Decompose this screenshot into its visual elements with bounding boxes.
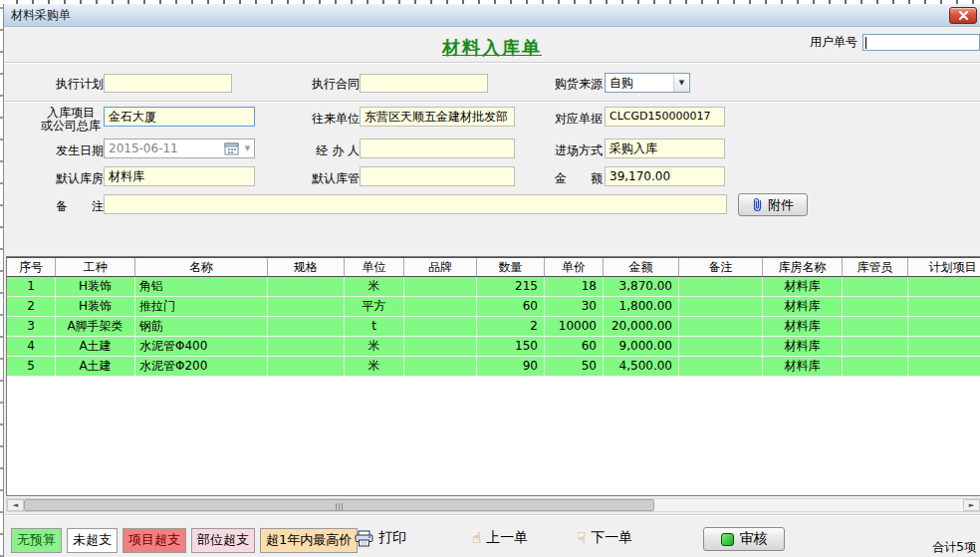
table-cell[interactable] xyxy=(843,317,908,337)
table-cell[interactable]: 1,800.00 xyxy=(604,297,679,317)
table-cell[interactable]: 1 xyxy=(7,277,56,297)
table-cell[interactable] xyxy=(404,277,477,297)
table-cell[interactable] xyxy=(268,337,345,357)
column-header-8[interactable]: 单价 xyxy=(545,258,604,276)
table-cell[interactable]: 米 xyxy=(345,357,404,377)
date-input[interactable]: 2015-06-11 ▼ xyxy=(104,139,255,158)
table-cell[interactable]: 材料库 xyxy=(763,357,843,377)
table-cell[interactable]: 30 xyxy=(545,297,604,317)
table-cell[interactable]: 4,500.00 xyxy=(604,357,679,377)
handler-input[interactable] xyxy=(360,139,515,158)
table-row[interactable]: 1H装饰角铝米215183,870.00材料库 xyxy=(7,277,980,297)
table-row[interactable]: 3A脚手架类钢筋t21000020,000.00材料库 xyxy=(7,317,980,337)
next-order-button[interactable]: ☟ 下一单 xyxy=(577,529,632,547)
column-header-10[interactable]: 备注 xyxy=(679,258,763,276)
column-header-13[interactable]: 计划项目 xyxy=(908,258,980,276)
table-cell[interactable] xyxy=(843,277,908,297)
table-cell[interactable] xyxy=(679,337,763,357)
chevron-down-icon[interactable]: ▼ xyxy=(673,74,689,92)
column-header-6[interactable]: 品牌 xyxy=(404,258,477,276)
horizontal-scrollbar[interactable]: ◄ ► xyxy=(6,498,980,512)
exec-plan-input[interactable] xyxy=(104,74,232,93)
column-header-9[interactable]: 金额 xyxy=(604,258,679,276)
exec-contract-input[interactable] xyxy=(360,74,488,93)
table-cell[interactable]: 5 xyxy=(7,357,56,377)
counterparty-input[interactable]: 东营区天顺五金建材批发部 xyxy=(360,107,515,127)
column-header-4[interactable]: 规格 xyxy=(268,258,345,276)
table-cell[interactable] xyxy=(268,277,345,297)
warehouse-input[interactable]: 材料库 xyxy=(104,166,255,186)
table-row[interactable]: 2H装饰推拉门平方60301,800.00材料库 xyxy=(7,297,980,317)
table-cell[interactable] xyxy=(404,317,477,337)
table-row[interactable]: 4A土建水泥管Φ400米150609,000.00材料库 xyxy=(7,337,980,357)
table-cell[interactable] xyxy=(908,337,980,357)
scrollbar-track[interactable] xyxy=(654,499,963,511)
table-cell[interactable]: 3,870.00 xyxy=(604,277,679,297)
table-cell[interactable]: H装饰 xyxy=(56,297,135,317)
table-cell[interactable]: A脚手架类 xyxy=(56,317,135,337)
table-cell[interactable]: 9,000.00 xyxy=(604,337,679,357)
table-cell[interactable]: A土建 xyxy=(56,357,135,377)
table-cell[interactable]: 钢筋 xyxy=(135,317,268,337)
table-cell[interactable]: H装饰 xyxy=(56,277,135,297)
table-cell[interactable]: 10000 xyxy=(545,317,604,337)
purchase-source-select[interactable]: 自购 ▼ xyxy=(605,73,690,93)
audit-button[interactable]: 审核 xyxy=(703,527,785,551)
table-cell[interactable]: 角铝 xyxy=(135,277,268,297)
table-cell[interactable]: 米 xyxy=(345,337,404,357)
table-cell[interactable] xyxy=(908,357,980,377)
column-header-3[interactable]: 名称 xyxy=(135,258,268,276)
project-input[interactable]: 金石大厦 xyxy=(104,107,255,127)
user-no-input[interactable] xyxy=(862,34,980,51)
table-cell[interactable] xyxy=(843,337,908,357)
table-cell[interactable] xyxy=(843,357,908,377)
table-cell[interactable]: 平方 xyxy=(345,297,404,317)
attachment-button[interactable]: 附件 xyxy=(738,193,808,216)
table-cell[interactable] xyxy=(908,277,980,297)
table-cell[interactable]: t xyxy=(345,317,404,337)
column-header-1[interactable]: 序号 xyxy=(7,258,56,276)
column-header-11[interactable]: 库房名称 xyxy=(763,258,843,276)
table-row[interactable]: 5A土建水泥管Φ200米90504,500.00材料库 xyxy=(7,357,980,377)
table-cell[interactable] xyxy=(679,317,763,337)
table-cell[interactable]: A土建 xyxy=(56,337,135,357)
table-cell[interactable] xyxy=(268,297,345,317)
table-cell[interactable]: 3 xyxy=(7,317,56,337)
table-cell[interactable]: 米 xyxy=(345,277,404,297)
table-cell[interactable]: 90 xyxy=(477,357,545,377)
previous-order-button[interactable]: ☝ 上一单 xyxy=(472,529,528,547)
entry-mode-input[interactable]: 采购入库 xyxy=(605,139,725,158)
ref-doc-input[interactable]: CLCGD150000017 xyxy=(605,107,725,127)
amount-input[interactable]: 39,170.00 xyxy=(605,166,725,186)
table-cell[interactable] xyxy=(268,317,345,337)
title-bar[interactable]: 材料采购单 xyxy=(4,4,980,27)
table-cell[interactable] xyxy=(843,297,908,317)
chevron-down-icon[interactable]: ▼ xyxy=(241,144,254,152)
table-cell[interactable]: 50 xyxy=(545,357,604,377)
table-cell[interactable]: 材料库 xyxy=(763,277,843,297)
close-button[interactable] xyxy=(949,7,977,24)
table-cell[interactable] xyxy=(679,277,763,297)
table-cell[interactable]: 材料库 xyxy=(763,297,843,317)
table-cell[interactable]: 4 xyxy=(7,337,56,357)
table-cell[interactable] xyxy=(404,337,477,357)
table-cell[interactable]: 水泥管Φ200 xyxy=(135,357,268,377)
table-cell[interactable] xyxy=(404,357,477,377)
table-cell[interactable]: 60 xyxy=(545,337,604,357)
table-cell[interactable] xyxy=(908,317,980,337)
table-cell[interactable] xyxy=(404,297,477,317)
table-cell[interactable]: 215 xyxy=(477,277,545,297)
column-header-12[interactable]: 库管员 xyxy=(843,258,908,276)
scroll-right-button[interactable]: ► xyxy=(963,499,980,511)
table-cell[interactable]: 18 xyxy=(545,277,604,297)
table-cell[interactable]: 材料库 xyxy=(763,337,843,357)
remark-input[interactable] xyxy=(104,194,727,214)
table-cell[interactable] xyxy=(679,357,763,377)
table-cell[interactable]: 材料库 xyxy=(763,317,843,337)
table-cell[interactable]: 150 xyxy=(477,337,545,357)
column-header-2[interactable]: 工种 xyxy=(56,258,135,276)
keeper-input[interactable] xyxy=(360,166,515,186)
table-cell[interactable]: 20,000.00 xyxy=(604,317,679,337)
table-cell[interactable] xyxy=(908,297,980,317)
column-header-7[interactable]: 数量 xyxy=(477,258,545,276)
